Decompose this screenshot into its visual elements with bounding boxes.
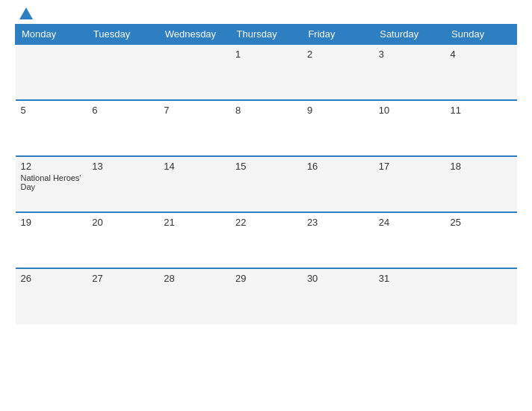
calendar-cell: 4 [445, 44, 517, 100]
calendar-cell: 5 [16, 100, 87, 156]
day-header-tuesday: Tuesday [87, 25, 158, 45]
day-number: 1 [235, 49, 297, 60]
calendar-week-row: 1234 [16, 44, 517, 100]
day-number: 6 [92, 105, 153, 116]
day-number: 30 [307, 273, 368, 284]
calendar-cell: 20 [87, 212, 158, 268]
day-header-monday: Monday [16, 25, 87, 45]
day-number: 18 [451, 161, 512, 172]
calendar-cell: 27 [87, 268, 158, 324]
calendar-cell: 11 [445, 100, 517, 156]
logo-triangle-icon [19, 7, 33, 19]
calendar-cell: 3 [374, 44, 445, 100]
calendar-cell: 14 [158, 156, 230, 212]
day-number: 20 [92, 217, 153, 228]
day-number: 27 [92, 273, 153, 284]
calendar-week-row: 12National Heroes' Day131415161718 [16, 156, 517, 212]
day-number: 25 [451, 217, 512, 228]
calendar-cell: 31 [374, 268, 445, 324]
day-number: 24 [379, 217, 440, 228]
calendar-cell: 7 [158, 100, 230, 156]
day-number: 28 [164, 273, 225, 284]
calendar-cell: 9 [302, 100, 374, 156]
calendar-cell: 15 [230, 156, 302, 212]
day-number: 23 [307, 217, 368, 228]
calendar-cell: 6 [87, 100, 158, 156]
day-header-wednesday: Wednesday [158, 25, 230, 45]
calendar-cell: 22 [230, 212, 302, 268]
calendar-cell: 13 [87, 156, 158, 212]
day-number: 2 [307, 49, 368, 60]
calendar-cell: 2 [302, 44, 374, 100]
calendar-cell [16, 44, 87, 100]
calendar-cell: 21 [158, 212, 230, 268]
day-number: 26 [21, 273, 82, 284]
day-number: 19 [21, 217, 82, 228]
calendar-cell: 19 [16, 212, 87, 268]
calendar-cell: 26 [16, 268, 87, 324]
calendar-cell: 1 [230, 44, 302, 100]
calendar-cell: 17 [374, 156, 445, 212]
day-header-sunday: Sunday [445, 25, 517, 45]
calendar-cell: 10 [374, 100, 445, 156]
calendar-cell: 16 [302, 156, 374, 212]
day-header-thursday: Thursday [230, 25, 302, 45]
calendar-table: MondayTuesdayWednesdayThursdayFridaySatu… [15, 24, 517, 324]
calendar-cell: 23 [302, 212, 374, 268]
calendar-week-row: 262728293031 [16, 268, 517, 324]
day-number: 29 [235, 273, 297, 284]
day-number: 21 [164, 217, 225, 228]
calendar-cell: 12National Heroes' Day [16, 156, 87, 212]
day-number: 16 [307, 161, 368, 172]
day-number: 22 [235, 217, 297, 228]
day-number: 13 [92, 161, 153, 172]
day-number: 17 [379, 161, 440, 172]
day-header-friday: Friday [302, 25, 374, 45]
calendar-week-row: 19202122232425 [16, 212, 517, 268]
day-number: 7 [164, 105, 225, 116]
calendar-cell: 28 [158, 268, 230, 324]
day-number: 4 [451, 49, 512, 60]
header [15, 7, 517, 19]
calendar-cell: 29 [230, 268, 302, 324]
day-number: 11 [451, 105, 512, 116]
day-number: 12 [21, 161, 82, 172]
day-header-saturday: Saturday [374, 25, 445, 45]
holiday-label: National Heroes' Day [21, 173, 82, 191]
calendar-cell: 24 [374, 212, 445, 268]
day-number: 31 [379, 273, 440, 284]
day-number: 9 [307, 105, 368, 116]
calendar-cell [158, 44, 230, 100]
calendar-cell: 18 [445, 156, 517, 212]
day-number: 3 [379, 49, 440, 60]
day-number: 5 [21, 105, 82, 116]
day-number: 10 [379, 105, 440, 116]
calendar-cell: 30 [302, 268, 374, 324]
calendar-header-row: MondayTuesdayWednesdayThursdayFridaySatu… [16, 25, 517, 45]
day-number: 14 [164, 161, 225, 172]
day-number: 8 [235, 105, 297, 116]
calendar-cell: 25 [445, 212, 517, 268]
calendar-week-row: 567891011 [16, 100, 517, 156]
day-number: 15 [235, 161, 297, 172]
calendar-cell [87, 44, 158, 100]
calendar-cell [445, 268, 517, 324]
logo [15, 7, 33, 19]
calendar-cell: 8 [230, 100, 302, 156]
